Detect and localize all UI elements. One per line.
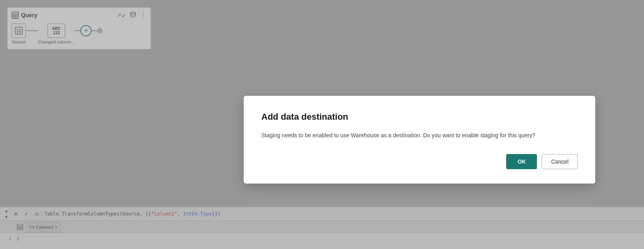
modal-body-text: Staging needs to be enabled to use Wareh… [261, 131, 578, 140]
modal-dialog: Add data destination Staging needs to be… [244, 96, 595, 184]
ok-button[interactable]: OK [506, 154, 537, 169]
cancel-button[interactable]: Cancel [542, 154, 578, 169]
modal-title: Add data destination [261, 112, 578, 122]
modal-actions: OK Cancel [261, 154, 578, 169]
